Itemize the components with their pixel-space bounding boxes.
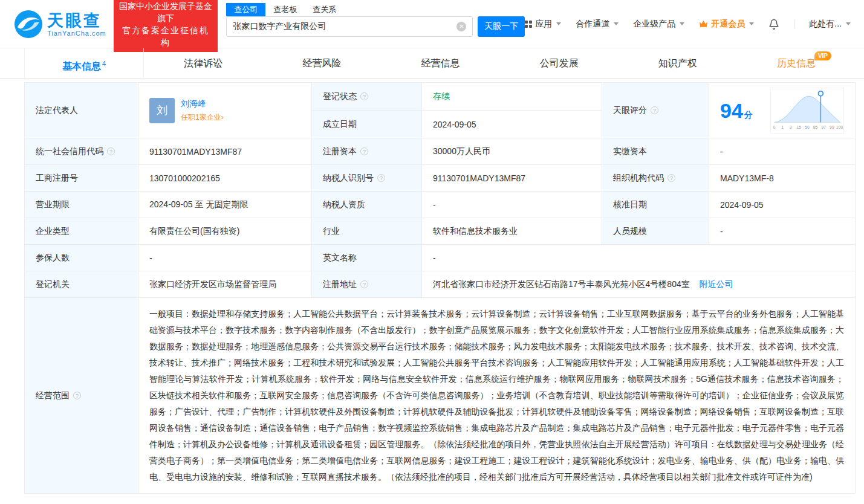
field-label-registered-capital: 注册资本? (312, 138, 422, 165)
tianyancha-logo-icon (13, 9, 44, 39)
nav-apps-label: 应用 (535, 19, 552, 30)
nav-cooperation-label: 合作通道 (576, 19, 609, 30)
info-icon[interactable]: ? (73, 392, 81, 399)
field-label-approval-date: 核准日期 (602, 192, 709, 218)
tab-basic-info-label: 基本信息 (62, 61, 101, 71)
score-number: 94 (720, 99, 743, 122)
search-tab-boss[interactable]: 查老板 (265, 3, 305, 16)
nav-vip-label: 开通会员 (711, 19, 745, 30)
bell-icon (768, 19, 779, 30)
svg-text:85: 85 (813, 125, 818, 129)
chevron-down-icon (556, 22, 561, 25)
field-value-taxpayer-quality: - (422, 192, 602, 218)
company-section-tabs: 基本信息4 法律诉讼 经营风险 经营信息 公司发展 知识产权 历史信息 VIP (0, 48, 864, 79)
field-label-registration-authority: 登记机关 (25, 271, 138, 298)
tab-company-development[interactable]: 公司发展 (500, 48, 619, 78)
svg-text:99: 99 (830, 125, 834, 129)
field-value-credit-code: 91130701MADY13MF87 (138, 138, 312, 165)
tab-business-info[interactable]: 经营信息 (381, 48, 499, 78)
nav-open-vip[interactable]: 开通会员 (699, 19, 754, 30)
search-tab-relation[interactable]: 查关系 (305, 3, 344, 16)
tab-basic-info[interactable]: 基本信息4 (24, 48, 144, 78)
field-label-insured-count: 参保人数 (25, 245, 138, 271)
field-value-establish-date: 2024-09-05 (422, 111, 602, 138)
tab-intellectual-property[interactable]: 知识产权 (619, 48, 737, 78)
brand-domain: TianYanCha.com (47, 30, 106, 37)
nav-enterprise-products[interactable]: 企业级产品 (633, 19, 684, 30)
legal-rep-positions-link[interactable]: 任职1家企业› (181, 112, 224, 123)
field-value-registration-number: 130701000202165 (138, 165, 312, 192)
chevron-down-icon (614, 22, 619, 25)
search-input[interactable] (233, 22, 456, 31)
score-marker-pin (819, 91, 823, 95)
search-button[interactable]: 天眼一下 (478, 16, 525, 37)
tianyancha-logo[interactable]: 天眼查 TianYanCha.com (13, 9, 106, 39)
field-label-legal-representative: 法定代表人 (25, 83, 138, 138)
reg-number-label-text: 工商注册号 (36, 173, 78, 183)
field-label-registered-address: 注册地址? (312, 271, 422, 298)
nearby-companies-link[interactable]: 附近公司 (700, 279, 733, 289)
user-menu[interactable]: 此处有... (809, 19, 851, 30)
tab-history-info-label: 历史信息 (777, 58, 816, 68)
reg-status-label-text: 登记状态 (323, 91, 357, 101)
clear-icon[interactable]: ✕ (456, 22, 466, 31)
info-icon[interactable]: ? (651, 106, 658, 114)
company-type-label-text: 企业类型 (36, 226, 70, 236)
info-icon[interactable]: ? (667, 174, 675, 182)
gov-badge-line2: 官方备案企业征信机构 (119, 24, 213, 48)
search-tab-company[interactable]: 查公司 (226, 3, 265, 16)
info-icon[interactable]: ? (360, 147, 368, 155)
field-value-paid-capital: - (709, 138, 856, 165)
field-value-business-term: 2024-09-05 至 无固定期限 (138, 192, 312, 218)
insured-count-label-text: 参保人数 (36, 253, 70, 262)
info-icon[interactable]: ? (377, 174, 385, 182)
status-badge: 存续 (433, 91, 450, 101)
svg-text:15: 15 (797, 125, 802, 129)
nav-apps[interactable]: 应用 (525, 19, 561, 30)
info-icon[interactable]: ? (360, 280, 368, 288)
field-value-tianyan-score: 94分 0 1 3 15 50 85 97 99 (709, 83, 856, 138)
field-label-business-term: 营业期限 (25, 192, 138, 218)
crown-icon (699, 20, 708, 28)
top-bar: 天眼查 TianYanCha.com 国家中小企业发展子基金旗下 官方备案企业征… (0, 0, 864, 48)
chevron-down-icon (680, 22, 684, 25)
field-value-industry: 软件和信息技术服务业 (422, 218, 602, 245)
field-value-english-name: - (422, 245, 856, 271)
avatar[interactable]: 刘 (149, 98, 175, 123)
search-tabs: 查公司 查老板 查关系 (226, 3, 525, 16)
field-label-tianyan-score: 天眼评分? (602, 83, 709, 138)
nav-enterprise-label: 企业级产品 (633, 19, 675, 30)
field-value-company-type: 有限责任公司(国有独资) (138, 218, 312, 245)
field-label-staff-size: 人员规模 (602, 218, 709, 245)
taxpayer-id-label-text: 纳税人识别号 (323, 173, 374, 183)
english-name-label-text: 英文名称 (323, 253, 357, 262)
company-info-table: 法定代表人 刘 刘海峰 任职1家企业› 登记状态? 存续 天眼评分? (24, 82, 856, 494)
legal-rep-label-text: 法定代表人 (36, 105, 78, 115)
establish-date-label-text: 成立日期 (323, 119, 357, 129)
svg-text:50: 50 (805, 125, 810, 129)
info-icon[interactable]: ? (107, 147, 115, 155)
brand-text: 天眼查 TianYanCha.com (47, 11, 106, 37)
tab-business-risk[interactable]: 经营风险 (262, 48, 381, 78)
field-label-industry: 行业 (312, 218, 422, 245)
tab-legal-proceedings[interactable]: 法律诉讼 (144, 48, 262, 78)
nav-divider (794, 20, 794, 28)
nav-cooperation[interactable]: 合作通道 (576, 19, 619, 30)
chevron-down-icon (846, 22, 851, 25)
field-value-business-scope: 一般项目：数据处理和存储支持服务；人工智能公共数据平台；云计算装备技术服务；云计… (138, 298, 856, 494)
field-value-registration-status: 存续 (422, 83, 602, 111)
info-icon[interactable]: ? (360, 92, 368, 100)
apps-grid-icon (525, 21, 532, 28)
field-value-registration-authority: 张家口经济开发区市场监督管理局 (138, 271, 312, 298)
field-label-taxpayer-quality: 纳税人资质 (312, 192, 422, 218)
reg-address-label-text: 注册地址 (323, 279, 357, 289)
tab-history-info[interactable]: 历史信息 VIP (737, 48, 856, 78)
notifications-button[interactable] (768, 19, 779, 30)
svg-text:1: 1 (781, 125, 784, 129)
legal-rep-name-link[interactable]: 刘海峰 (181, 99, 224, 109)
field-label-paid-capital: 实缴资本 (602, 138, 709, 165)
svg-text:0: 0 (773, 125, 776, 129)
field-value-registered-address: 河北省张家口市经济开发区钻石南路17号丰泰风光苑小区4号楼804室 附近公司 (422, 271, 856, 298)
svg-text:3: 3 (790, 125, 792, 129)
approval-date-label-text: 核准日期 (613, 199, 647, 209)
